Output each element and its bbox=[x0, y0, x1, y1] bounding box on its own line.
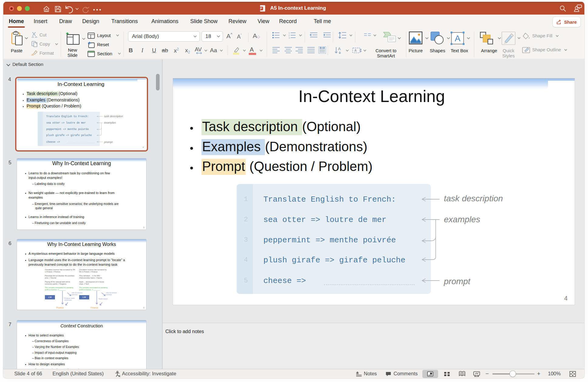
svg-text:concept: concept bbox=[106, 294, 112, 295]
svg-text:A: A bbox=[338, 46, 341, 51]
svg-text:sentiment: sentiment bbox=[64, 299, 72, 301]
svg-text:2: 2 bbox=[289, 34, 290, 36]
svg-text:concept: concept bbox=[72, 294, 78, 295]
svg-text:A: A bbox=[455, 34, 461, 43]
svg-text:News topics: News topics bbox=[99, 298, 108, 300]
svg-text:3: 3 bbox=[289, 37, 290, 39]
svg-text:1: 1 bbox=[289, 32, 290, 34]
svg-text:A: A bbox=[354, 49, 357, 52]
